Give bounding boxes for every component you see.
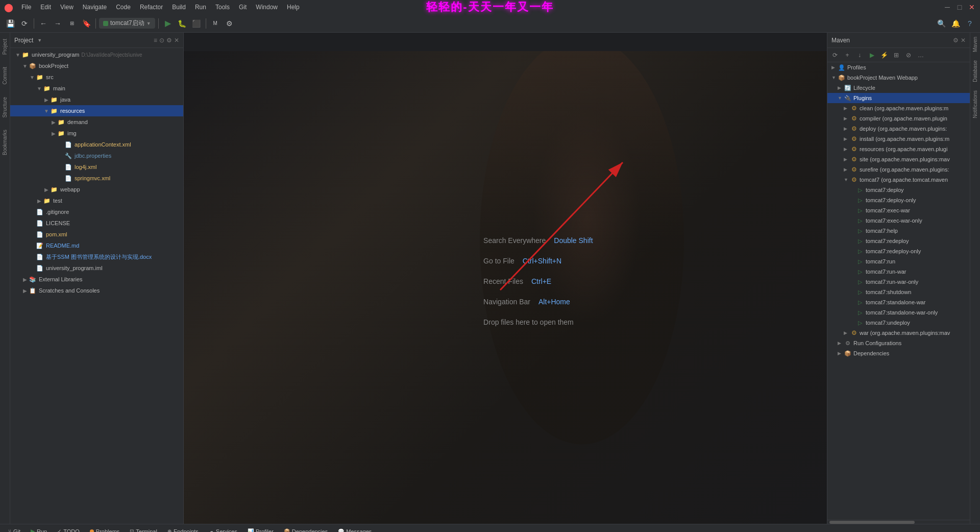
tree-item-readme[interactable]: 📝 README.md [10,240,183,251]
tab-endpoints[interactable]: ⊕ Endpoints [163,527,203,533]
tree-item-extlibs[interactable]: ▶ 📚 External Libraries [10,274,183,285]
tree-item-gitignore[interactable]: 📄 .gitignore [10,206,183,217]
menu-window[interactable]: Window [252,3,282,12]
tree-item-springmvc[interactable]: 📄 springmvc.xml [10,173,183,184]
maven-close-icon[interactable]: ✕ [961,37,966,44]
tree-item-bookproject[interactable]: ▼ 📦 bookProject [10,60,183,71]
tree-item-img[interactable]: ▶ 📁 img [10,128,183,139]
locate-file-icon[interactable]: ⊙ [159,37,164,44]
maven-goal-deploy[interactable]: ▷ tomcat7:deploy [827,185,970,195]
stop-button[interactable]: ⬛ [190,17,203,30]
menu-navigate[interactable]: Navigate [79,3,111,12]
maven-goal-standalone-war[interactable]: ▷ tomcat7:standalone-war [827,297,970,307]
maximize-button[interactable]: □ [955,3,964,11]
maven-goal-standalone-war-only[interactable]: ▷ tomcat7:standalone-war-only [827,307,970,318]
sync-button[interactable]: ⟳ [18,17,31,30]
maven-goal-exec-war[interactable]: ▷ tomcat7:exec-war [827,205,970,215]
maven-run-btn[interactable]: ▶ [866,50,877,61]
commit-vtab[interactable]: Commit [1,65,9,86]
maven-plugin-clean[interactable]: ▶ ⚙ clean (org.apache.maven.plugins:m [827,103,970,113]
tab-git[interactable]: ⑂ Git [4,527,24,533]
collapse-all-icon[interactable]: ≡ [154,37,157,44]
search-everywhere-button[interactable]: 🔍 [935,17,947,30]
menu-refactor[interactable]: Refactor [136,3,167,12]
maven-profiles[interactable]: ▶ 👤 Profiles [827,62,970,72]
maven-goal-redeploy[interactable]: ▷ tomcat7:redeploy [827,236,970,246]
menu-file[interactable]: File [17,3,35,12]
menu-build[interactable]: Build [168,3,190,12]
tree-item-pom[interactable]: 📄 pom.xml [10,229,183,240]
maven-goal-shutdown[interactable]: ▷ tomcat7:shutdown [827,287,970,297]
maven-plugin-compiler[interactable]: ▶ ⚙ compiler (org.apache.maven.plugin [827,113,970,124]
run-button[interactable]: ▶ [162,17,174,30]
tab-terminal[interactable]: ⊡ Terminal [126,527,161,533]
maven-toggle-btn[interactable]: ⊞ [891,50,902,61]
menu-run[interactable]: Run [191,3,210,12]
bookmarks-vtab[interactable]: Bookmarks [1,128,9,157]
maven-goal-run[interactable]: ▷ tomcat7:run [827,256,970,267]
maven-download-btn[interactable]: ↓ [854,50,865,61]
tree-item-scratches[interactable]: ▶ 📋 Scratches and Consoles [10,285,183,296]
maven-goal-run-war-only[interactable]: ▷ tomcat7:run-war-only [827,277,970,287]
help-button[interactable]: ? [964,17,976,30]
tree-item-jdbc[interactable]: 🔧 jdbc.properties [10,150,183,161]
bookmark-button[interactable]: 🔖 [80,17,92,30]
tree-item-src[interactable]: ▼ 📁 src [10,71,183,83]
tree-item-demand[interactable]: ▶ 📁 demand [10,116,183,128]
maven-settings-icon[interactable]: ⚙ [953,37,959,44]
tab-profiler[interactable]: 📊 Profiler [243,527,278,533]
forward-button[interactable]: → [52,17,64,30]
nav-recent-button[interactable]: ⊞ [66,17,78,30]
maven-plugin-deploy[interactable]: ▶ ⚙ deploy (org.apache.maven.plugins: [827,124,970,134]
tree-item-root[interactable]: ▼ 📁 university_program D:\Java\IdeaProje… [10,49,183,60]
run-config-selector[interactable]: tomcat7启动 ▼ [99,18,155,29]
tab-messages[interactable]: 💬 Messages [334,527,376,533]
structure-vtab[interactable]: Structure [1,95,9,120]
notifications-button[interactable]: 🔔 [949,17,962,30]
tab-todo[interactable]: ✓ TODO [53,527,84,533]
menu-help[interactable]: Help [283,3,304,12]
maven-plugins[interactable]: ▼ 🔌 Plugins [827,93,970,103]
maven-button[interactable]: M [209,17,222,30]
tree-item-test[interactable]: ▶ 📁 test [10,195,183,206]
gear-icon[interactable]: ⚙ [166,37,172,44]
maven-plugin-tomcat7[interactable]: ▼ ⚙ tomcat7 (org.apache.tomcat.maven [827,175,970,185]
back-button[interactable]: ← [37,17,50,30]
tree-item-docx[interactable]: 📄 基于SSM 图书管理系统的设计与实现.docx [10,251,183,262]
menu-code[interactable]: Code [112,3,135,12]
maven-exec-btn[interactable]: ⚡ [878,50,890,61]
maven-run-configs[interactable]: ▶ ⚙ Run Configurations [827,338,970,348]
save-all-button[interactable]: 💾 [4,17,16,30]
maven-project-root[interactable]: ▼ 📦 bookProject Maven Webapp [827,72,970,83]
tab-dependencies[interactable]: 📦 Dependencies [280,527,332,533]
project-dropdown-arrow[interactable]: ▼ [37,38,42,43]
maven-goal-redeploy-only[interactable]: ▷ tomcat7:redeploy-only [827,246,970,256]
maven-plugin-site[interactable]: ▶ ⚙ site (org.apache.maven.plugins:mav [827,154,970,164]
tab-problems[interactable]: Problems [86,527,124,533]
maven-plugin-resources[interactable]: ▶ ⚙ resources (org.apache.maven.plugi [827,144,970,154]
project-vtab[interactable]: Project [1,37,9,57]
tree-item-resources[interactable]: ▼ 📁 resources [10,105,183,116]
maven-goal-undeploy[interactable]: ▷ tomcat7:undeploy [827,318,970,328]
maven-goal-help[interactable]: ▷ tomcat7:help [827,226,970,236]
maven-more-btn[interactable]: … [915,50,926,61]
maven-vtab[interactable]: Maven [971,33,979,56]
maven-lifecycle[interactable]: ▶ 🔄 Lifecycle [827,83,970,93]
maven-dependencies[interactable]: ▶ 📦 Dependencies [827,348,970,358]
maven-plugin-surefire[interactable]: ▶ ⚙ surefire (org.apache.maven.plugins: [827,164,970,175]
tab-services[interactable]: ☁ Services [205,527,241,533]
maven-plugin-war[interactable]: ▶ ⚙ war (org.apache.maven.plugins:mav [827,328,970,338]
close-button[interactable]: ✕ [968,3,976,11]
settings-button[interactable]: ⚙ [224,17,236,30]
tree-item-iml[interactable]: 📄 university_program.iml [10,262,183,274]
maven-goal-run-war[interactable]: ▷ tomcat7:run-war [827,267,970,277]
tree-item-log4j[interactable]: 📄 log4j.xml [10,161,183,173]
debug-button[interactable]: 🐛 [176,17,188,30]
tree-item-webapp[interactable]: ▶ 📁 webapp [10,184,183,195]
menu-view[interactable]: View [56,3,78,12]
menu-git[interactable]: Git [235,3,251,12]
tree-item-java[interactable]: ▶ 📁 java [10,94,183,105]
database-vtab[interactable]: Database [971,56,979,86]
maven-skip-btn[interactable]: ⊘ [903,50,914,61]
tree-item-appcontext[interactable]: 📄 applicationContext.xml [10,139,183,150]
